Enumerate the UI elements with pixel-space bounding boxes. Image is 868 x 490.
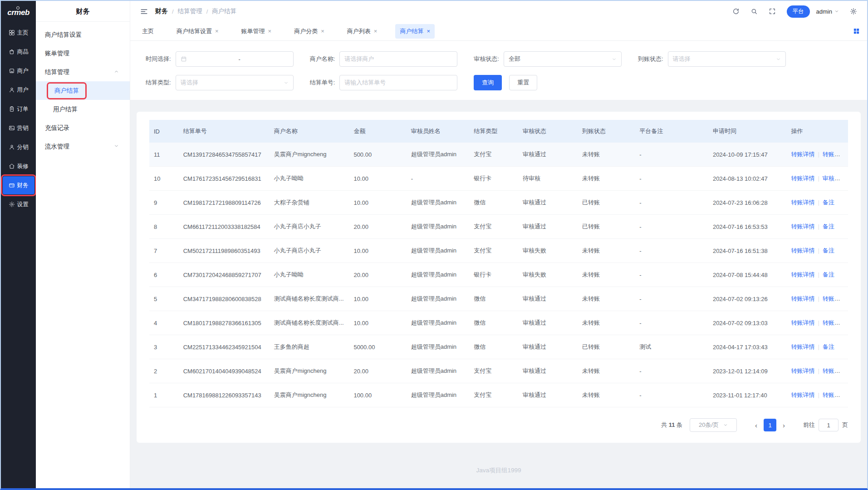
op-link-备注[interactable]: 备注 [842, 295, 848, 302]
op-link-转账详情[interactable]: 转账详情 [791, 175, 814, 182]
tab-商户结算设置[interactable]: 商户结算设置× [172, 24, 223, 39]
op-link-转账[interactable]: 转账 [823, 319, 840, 326]
gear-icon[interactable] [850, 8, 857, 15]
op-link-审核[interactable]: 审核 [823, 175, 840, 182]
merchant-select[interactable]: 请选择商户 [339, 51, 457, 67]
search-icon[interactable] [750, 8, 758, 15]
op-link-转账[interactable]: 转账 [823, 295, 840, 302]
date-range-picker[interactable]: - [176, 51, 294, 67]
grid-layout-icon[interactable] [853, 28, 860, 35]
tab-账单管理[interactable]: 账单管理× [237, 24, 276, 39]
op-link-备注[interactable]: 备注 [823, 199, 834, 206]
tab-主页[interactable]: 主页 [137, 24, 158, 39]
fullscreen-icon[interactable] [769, 8, 776, 15]
cell-audit_status: 审核通过 [518, 191, 578, 215]
sidebar-item-goods[interactable]: 商品 [3, 43, 34, 61]
platform-badge[interactable]: 平台 [787, 5, 810, 18]
order-no-input[interactable]: 请输入结算单号 [339, 75, 457, 90]
op-link-转账详情[interactable]: 转账详情 [791, 391, 814, 398]
next-page-button[interactable]: › [776, 421, 791, 429]
cell-type: 支付宝 [469, 143, 518, 167]
cell-arrival_status: 未转账 [578, 359, 635, 383]
page-size-select[interactable]: 20条/页 [690, 418, 737, 432]
goto-page-input[interactable] [819, 419, 839, 431]
sidebar-item-home[interactable]: 主页 [3, 24, 34, 42]
cell-auditor: 超级管理员admin [407, 287, 470, 311]
op-link-备注[interactable]: 备注 [823, 247, 834, 254]
cell-merchant: 小丸子呦呦 [270, 167, 349, 191]
arrival-status-select[interactable]: 请选择 [668, 51, 786, 67]
cell-time: 2024-08-13 10:02:47 [708, 167, 786, 191]
column-header: 到账状态 [578, 120, 635, 143]
close-icon[interactable]: × [374, 28, 378, 34]
op-link-转账详情[interactable]: 转账详情 [791, 367, 814, 374]
audit-status-value: 全部 [509, 55, 520, 63]
table-row: 8CM661172112003338182584小丸子商店小丸子20.00超级管… [149, 215, 848, 239]
submenu-item-merchant-settle-settings[interactable]: 商户结算设置 [36, 25, 130, 44]
cell-remark: - [635, 215, 708, 239]
reset-button[interactable]: 重置 [509, 75, 537, 90]
close-icon[interactable]: × [427, 28, 430, 34]
op-link-备注[interactable]: 备注 [823, 271, 834, 278]
pagination: 共 11 条 20条/页 ‹ 1 › 前往 页 [149, 418, 848, 432]
op-link-备注[interactable]: 备注 [842, 319, 848, 326]
cell-time: 2024-07-16 16:51:38 [708, 239, 786, 263]
op-link-转账详情[interactable]: 转账详情 [791, 319, 814, 326]
audit-status-select[interactable]: 全部 [504, 51, 622, 67]
refresh-icon[interactable] [732, 8, 740, 15]
sidebar-item-decorate[interactable]: 装修 [3, 157, 34, 175]
table-row: 5CM347171988280600838528测试商铺名称长度测试商...10… [149, 287, 848, 311]
op-link-备注[interactable]: 备注 [842, 151, 848, 158]
cell-order_no: CM176172351456729516831 [179, 167, 270, 191]
submenu-child-user-settlement[interactable]: 用户结算 [36, 100, 130, 119]
prev-page-button[interactable]: ‹ [749, 421, 764, 429]
op-link-备注[interactable]: 备注 [823, 223, 834, 230]
submenu-item-settle-management[interactable]: 结算管理 [36, 63, 130, 81]
close-icon[interactable]: × [215, 28, 219, 34]
op-link-转账[interactable]: 转账 [823, 151, 840, 158]
user-menu[interactable]: admin [816, 8, 839, 15]
op-link-转账详情[interactable]: 转账详情 [791, 199, 814, 206]
sidebar-item-distribution[interactable]: 分销 [3, 138, 34, 156]
op-link-转账详情[interactable]: 转账详情 [791, 247, 814, 254]
op-link-转账详情[interactable]: 转账详情 [791, 223, 814, 230]
submenu-child-merchant-settlement[interactable]: 商户结算 [36, 81, 130, 100]
sidebar-item-merchant[interactable]: 商户 [3, 62, 34, 80]
op-link-备注[interactable]: 备注 [842, 391, 848, 398]
submenu-item-bill-management[interactable]: 账单管理 [36, 44, 130, 63]
op-link-备注[interactable]: 备注 [842, 367, 848, 374]
sidebar-item-finance[interactable]: 财务 [3, 176, 34, 194]
tab-label: 商户结算设置 [177, 27, 212, 35]
op-link-备注[interactable]: 备注 [842, 175, 848, 182]
collapse-menu-icon[interactable] [140, 8, 148, 15]
tab-商户分类[interactable]: 商户分类× [289, 24, 329, 39]
submenu-item-recharge-records[interactable]: 充值记录 [36, 119, 130, 137]
op-link-转账详情[interactable]: 转账详情 [791, 295, 814, 302]
sidebar-item-order[interactable]: 订单 [3, 100, 34, 118]
current-page-button[interactable]: 1 [764, 419, 776, 431]
sidebar-item-marketing[interactable]: 营销 [3, 119, 34, 137]
op-link-转账详情[interactable]: 转账详情 [791, 271, 814, 278]
op-link-转账详情[interactable]: 转账详情 [791, 151, 814, 158]
submenu-item-flow-management[interactable]: 流水管理 [36, 137, 130, 156]
op-link-备注[interactable]: 备注 [823, 343, 834, 350]
page-footer: Java项目组1999 [130, 466, 867, 475]
search-button[interactable]: 查询 [474, 75, 502, 90]
op-link-转账[interactable]: 转账 [823, 367, 840, 374]
tab-商户结算[interactable]: 商户结算× [395, 24, 435, 39]
close-icon[interactable]: × [268, 28, 272, 34]
op-link-转账详情[interactable]: 转账详情 [791, 343, 814, 350]
close-icon[interactable]: × [321, 28, 324, 34]
sidebar-item-label: 装修 [17, 163, 29, 170]
op-link-转账[interactable]: 转账 [823, 391, 840, 398]
sidebar-item-label: 分销 [17, 144, 29, 151]
cell-type: 微信 [469, 335, 518, 359]
cell-id: 4 [149, 311, 179, 335]
sidebar-item-settings[interactable]: 设置 [3, 195, 34, 213]
cell-remark: - [635, 167, 708, 191]
sidebar-item-user[interactable]: 用户 [3, 81, 34, 99]
store-icon [9, 68, 15, 74]
tab-商户列表[interactable]: 商户列表× [343, 24, 382, 39]
sidebar-item-label: 营销 [17, 124, 29, 132]
settle-type-select[interactable]: 请选择 [176, 75, 294, 90]
